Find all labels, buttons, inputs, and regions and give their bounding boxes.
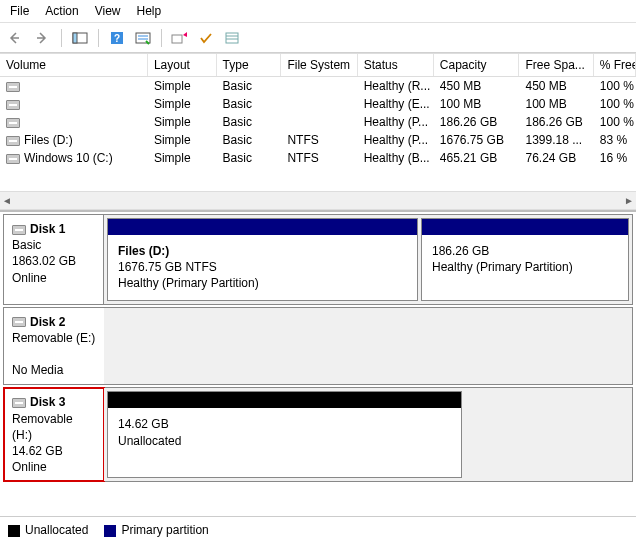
disk-2-label: Disk 2 Removable (E:) No Media xyxy=(4,308,104,385)
disk-1-partition-1[interactable]: Files (D:) 1676.75 GB NTFS Healthy (Prim… xyxy=(107,218,418,301)
menu-help[interactable]: Help xyxy=(137,4,162,18)
column-headers: Volume Layout Type File System Status Ca… xyxy=(0,53,636,77)
separator xyxy=(98,29,99,47)
action-list-button[interactable] xyxy=(132,27,154,49)
disk-2[interactable]: Disk 2 Removable (E:) No Media xyxy=(3,307,633,386)
disk-2-type: Removable (E:) xyxy=(12,331,95,345)
legend-unallocated: Unallocated xyxy=(8,523,88,537)
toolbar: ? xyxy=(0,23,636,53)
volume-row[interactable]: SimpleBasicHealthy (E...100 MB100 MB100 … xyxy=(0,95,636,113)
disk-1-type: Basic xyxy=(12,238,41,252)
disk-3-partition-1[interactable]: 14.62 GB Unallocated xyxy=(107,391,462,478)
disk-3-type: Removable (H:) xyxy=(12,412,73,442)
volume-list: Volume Layout Type File System Status Ca… xyxy=(0,53,636,210)
partition-status: Unallocated xyxy=(118,433,451,449)
legend: Unallocated Primary partition xyxy=(0,516,636,543)
legend-primary: Primary partition xyxy=(104,523,208,537)
legend-swatch-black xyxy=(8,525,20,537)
horizontal-scrollbar[interactable]: ◄ ► xyxy=(0,191,636,209)
partition-status: Healthy (Primary Partition) xyxy=(118,275,407,291)
header-status[interactable]: Status xyxy=(358,54,434,76)
disk-3-size: 14.62 GB xyxy=(12,444,63,458)
header-capacity[interactable]: Capacity xyxy=(434,54,520,76)
disk-3-name: Disk 3 xyxy=(30,395,65,409)
partition-size: 186.26 GB xyxy=(432,243,618,259)
volume-row[interactable]: SimpleBasicHealthy (R...450 MB450 MB100 … xyxy=(0,77,636,95)
partition-size: 14.62 GB xyxy=(118,416,451,432)
menu-view[interactable]: View xyxy=(95,4,121,18)
disk-icon xyxy=(12,225,26,235)
disk-1[interactable]: Disk 1 Basic 1863.02 GB Online Files (D:… xyxy=(3,214,633,305)
partition-status: Healthy (Primary Partition) xyxy=(432,259,618,275)
checkmark-button[interactable] xyxy=(195,27,217,49)
forward-button[interactable] xyxy=(32,27,54,49)
partition-size: 1676.75 GB NTFS xyxy=(118,259,407,275)
disk-1-name: Disk 1 xyxy=(30,222,65,236)
svg-rect-7 xyxy=(172,35,182,43)
disk-2-state: No Media xyxy=(12,363,63,377)
back-button[interactable] xyxy=(6,27,28,49)
disk-graphical-view: Disk 1 Basic 1863.02 GB Online Files (D:… xyxy=(0,210,636,516)
separator xyxy=(161,29,162,47)
menu-bar: File Action View Help xyxy=(0,0,636,23)
scroll-right-icon[interactable]: ► xyxy=(624,195,634,206)
header-filesystem[interactable]: File System xyxy=(281,54,357,76)
menu-file[interactable]: File xyxy=(10,4,29,18)
settings-button[interactable] xyxy=(169,27,191,49)
header-percent[interactable]: % Free xyxy=(594,54,636,76)
header-free[interactable]: Free Spa... xyxy=(519,54,593,76)
volume-row[interactable]: Windows 10 (C:)SimpleBasicNTFSHealthy (B… xyxy=(0,149,636,167)
header-volume[interactable]: Volume xyxy=(0,54,148,76)
header-type[interactable]: Type xyxy=(217,54,282,76)
svg-rect-8 xyxy=(226,33,238,43)
disk-3[interactable]: Disk 3 Removable (H:) 14.62 GB Online 14… xyxy=(3,387,633,482)
disk-1-state: Online xyxy=(12,271,47,285)
scroll-left-icon[interactable]: ◄ xyxy=(2,195,12,206)
separator xyxy=(61,29,62,47)
menu-action[interactable]: Action xyxy=(45,4,78,18)
help-button[interactable]: ? xyxy=(106,27,128,49)
partition-type-bar xyxy=(108,219,417,235)
disk-2-name: Disk 2 xyxy=(30,315,65,329)
disk-1-label: Disk 1 Basic 1863.02 GB Online xyxy=(4,215,104,304)
volume-row[interactable]: Files (D:)SimpleBasicNTFSHealthy (P...16… xyxy=(0,131,636,149)
volume-row[interactable]: SimpleBasicHealthy (P...186.26 GB186.26 … xyxy=(0,113,636,131)
partition-type-bar xyxy=(422,219,628,235)
disk-1-partition-2[interactable]: 186.26 GB Healthy (Primary Partition) xyxy=(421,218,629,301)
disk-1-size: 1863.02 GB xyxy=(12,254,76,268)
disk-icon xyxy=(12,398,26,408)
partition-type-bar xyxy=(108,392,461,408)
volume-rows: SimpleBasicHealthy (R...450 MB450 MB100 … xyxy=(0,77,636,167)
legend-swatch-blue xyxy=(104,525,116,537)
disk-icon xyxy=(12,317,26,327)
partition-title: Files (D:) xyxy=(118,243,407,259)
disk-3-state: Online xyxy=(12,460,47,474)
svg-text:?: ? xyxy=(114,33,120,44)
disk-3-label: Disk 3 Removable (H:) 14.62 GB Online xyxy=(4,388,104,481)
svg-rect-1 xyxy=(73,33,77,43)
list-view-button[interactable] xyxy=(221,27,243,49)
show-hide-console-tree-button[interactable] xyxy=(69,27,91,49)
header-layout[interactable]: Layout xyxy=(148,54,217,76)
